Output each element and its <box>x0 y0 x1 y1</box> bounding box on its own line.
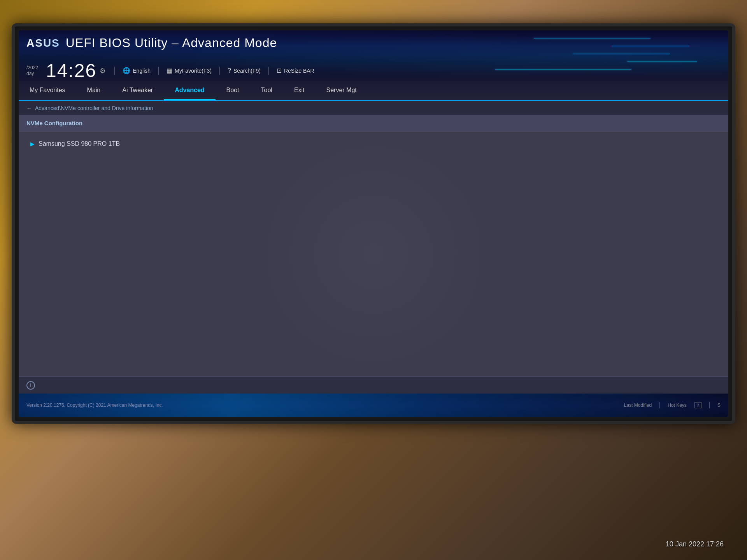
last-modified-label: Last Modified <box>624 402 652 408</box>
hotkeys-icon: ? <box>694 402 701 408</box>
resizebar-tool[interactable]: ⊡ ReSize BAR <box>277 67 314 74</box>
language-tool[interactable]: 🌐 English <box>123 67 151 74</box>
photo-timestamp: 10 Jan 2022 17:26 <box>666 540 724 548</box>
nav-exit[interactable]: Exit <box>283 81 316 100</box>
bios-navigation: My Favorites Main Ai Tweaker Advanced Bo… <box>19 81 728 101</box>
search-icon: ? <box>228 67 231 74</box>
bios-main-content: NVMe Configuration ▶ Samsung SSD 980 PRO… <box>19 115 728 394</box>
nav-server-mgt[interactable]: Server Mgt <box>316 81 368 100</box>
nav-boot[interactable]: Boot <box>216 81 250 100</box>
nav-tool[interactable]: Tool <box>250 81 283 100</box>
resizebar-label: ReSize BAR <box>284 68 314 74</box>
favorite-label: MyFavorite(F3) <box>175 68 212 74</box>
nav-ai-tweaker[interactable]: Ai Tweaker <box>111 81 164 100</box>
monitor-screen: ASUS UEFI BIOS Utility – Advanced Mode /… <box>19 30 728 417</box>
separator-4 <box>268 67 269 75</box>
favorite-tool[interactable]: ▦ MyFavorite(F3) <box>167 67 212 74</box>
bios-footer: Version 2.20.1276. Copyright (C) 2021 Am… <box>19 394 728 417</box>
footer-divider-1 <box>659 402 660 408</box>
search-label: Search(F9) <box>233 68 261 74</box>
time-value: 14:26 <box>46 60 96 81</box>
back-arrow-icon[interactable]: ← <box>26 105 32 111</box>
breadcrumb: Advanced\NVMe controller and Drive infor… <box>35 105 153 111</box>
globe-icon: 🌐 <box>123 67 130 74</box>
bios-title: UEFI BIOS Utility – Advanced Mode <box>66 36 277 50</box>
hotkeys-label: Hot Keys <box>668 402 687 408</box>
footer-right: Last Modified Hot Keys ? S <box>624 402 721 408</box>
bios-header: ASUS UEFI BIOS Utility – Advanced Mode /… <box>19 30 728 81</box>
separator-2 <box>158 67 159 75</box>
date-line2: day <box>26 71 38 76</box>
settings-icon[interactable]: ⚙ <box>100 66 107 75</box>
footer-version: Version 2.20.1276. Copyright (C) 2021 Am… <box>26 402 163 408</box>
info-icon: i <box>26 381 35 390</box>
separator-1 <box>114 67 115 75</box>
drive-label-0: Samsung SSD 980 PRO 1TB <box>39 140 120 147</box>
scroll-label: S <box>717 402 721 408</box>
monitor-bezel: ASUS UEFI BIOS Utility – Advanced Mode /… <box>12 23 735 424</box>
resizebar-icon: ⊡ <box>277 67 282 74</box>
section-header: NVMe Configuration <box>19 115 728 131</box>
info-bar: i <box>19 376 728 394</box>
breadcrumb-bar: ← Advanced\NVMe controller and Drive inf… <box>19 101 728 115</box>
separator-3 <box>219 67 220 75</box>
footer-divider-2 <box>709 402 710 408</box>
date-line1: /2022 <box>26 65 38 70</box>
header-tools-row: /2022 day 14:26 ⚙ 🌐 English <box>26 60 314 81</box>
nav-my-favorites[interactable]: My Favorites <box>19 81 76 100</box>
header-content: ASUS UEFI BIOS Utility – Advanced Mode /… <box>19 30 728 81</box>
favorite-icon: ▦ <box>167 67 172 74</box>
nav-advanced[interactable]: Advanced <box>164 81 215 100</box>
drive-expand-icon: ▶ <box>30 141 35 147</box>
bios-ui: ASUS UEFI BIOS Utility – Advanced Mode /… <box>19 30 728 417</box>
search-tool[interactable]: ? Search(F9) <box>228 67 261 74</box>
drive-list: ▶ Samsung SSD 980 PRO 1TB <box>19 131 728 376</box>
language-label: English <box>133 68 151 74</box>
time-display: 14:26 ⚙ <box>46 60 107 81</box>
asus-logo: ASUS <box>26 37 60 49</box>
date-display: /2022 day <box>26 65 38 76</box>
nav-main[interactable]: Main <box>76 81 112 100</box>
drive-item-0[interactable]: ▶ Samsung SSD 980 PRO 1TB <box>26 137 721 150</box>
